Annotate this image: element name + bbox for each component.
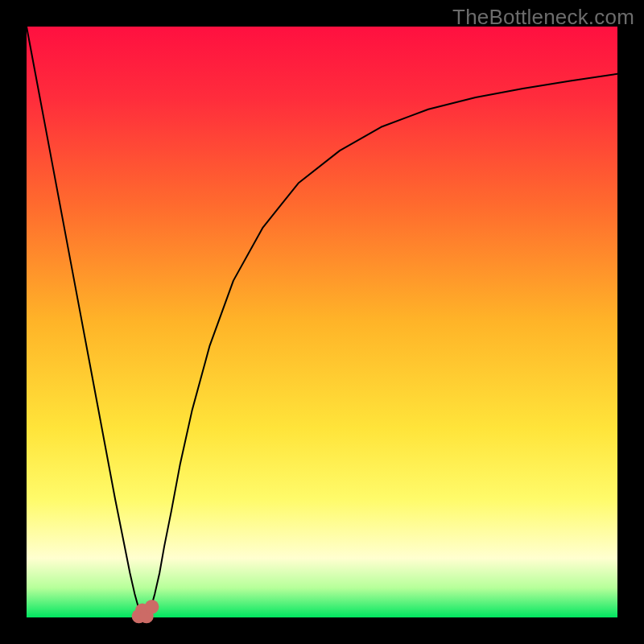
chart-stage: TheBottleneck.com: [0, 0, 644, 644]
watermark-label: TheBottleneck.com: [452, 5, 634, 30]
bottleneck-chart: [0, 0, 644, 644]
marker-point-3: [145, 600, 159, 614]
gradient-background: [27, 27, 617, 617]
